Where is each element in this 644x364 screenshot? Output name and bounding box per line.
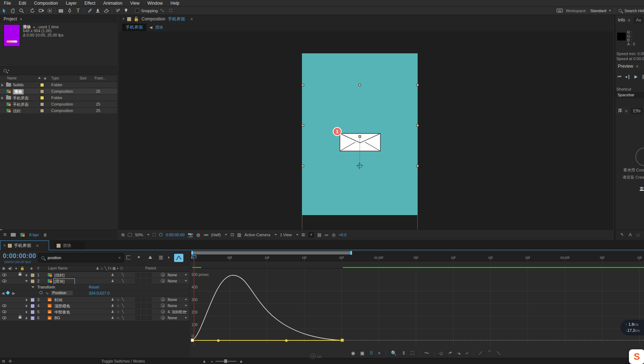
expand-layers-icon[interactable]: ⧉ xyxy=(2,359,5,364)
anchor-handle[interactable] xyxy=(359,135,361,138)
fit-all-icon[interactable]: ⛶ xyxy=(411,350,414,356)
audio-column-icon[interactable]: ◀) xyxy=(8,266,12,270)
selection-handle[interactable] xyxy=(302,124,304,127)
number-column[interactable]: # xyxy=(37,266,39,270)
shy-switch[interactable]: ♟ xyxy=(111,316,114,320)
eye-icon[interactable] xyxy=(2,280,6,282)
fit-selection-icon[interactable]: 🔍 xyxy=(391,350,397,356)
parent-dropdown[interactable]: None xyxy=(168,304,188,308)
label-swatch[interactable] xyxy=(40,96,44,100)
menu-edit[interactable]: Edit xyxy=(15,1,30,6)
column-frame[interactable]: Fram... xyxy=(95,76,106,80)
toggle-switches-button[interactable]: Toggle Switches / Modes xyxy=(101,359,145,363)
stopwatch-icon[interactable] xyxy=(39,291,43,294)
libraries-panel-header[interactable]: 库≡ Effe xyxy=(615,107,644,115)
shy-switch[interactable]: ♟ xyxy=(111,304,114,307)
label-swatch[interactable] xyxy=(40,109,44,113)
separate-dimensions-icon[interactable]: 〜 xyxy=(424,350,429,356)
first-frame-icon[interactable]: ⏮ xyxy=(617,74,621,79)
help-search-icon[interactable] xyxy=(619,9,622,12)
hand-tool-icon[interactable] xyxy=(9,7,17,14)
interpret-footage-icon[interactable]: ⧉ xyxy=(4,232,6,237)
roto-brush-tool-icon[interactable] xyxy=(113,7,122,14)
menu-animation[interactable]: Animation xyxy=(99,1,126,6)
breadcrumb-back-icon[interactable]: ◀ xyxy=(149,25,152,30)
label-color[interactable] xyxy=(30,310,35,314)
layer-row-4[interactable]: 4 Ai 顶部橙色 ♟ ☼ ╲ None xyxy=(0,303,189,309)
play-icon[interactable]: ▶ xyxy=(634,74,638,79)
camera-view-value[interactable]: Active Camera xyxy=(245,233,270,237)
panel-menu-icon[interactable]: ≡ xyxy=(625,109,627,113)
clear-search-icon[interactable]: × xyxy=(119,256,121,260)
project-row-slider[interactable]: 滑块 Composition 25 xyxy=(0,88,117,94)
menu-view[interactable]: View xyxy=(126,1,144,6)
previous-keyframe-icon[interactable]: ◀ xyxy=(1,291,4,296)
parent-dropdown[interactable]: 4. 顶部橙色 xyxy=(168,310,188,315)
parent-dropdown[interactable]: None xyxy=(168,316,188,320)
parent-pickwhip-icon[interactable] xyxy=(161,316,165,320)
label-swatch[interactable] xyxy=(40,83,44,87)
expander-icon[interactable] xyxy=(26,311,28,314)
label-color[interactable] xyxy=(30,279,35,283)
column-type[interactable]: Type xyxy=(51,76,59,80)
layer-row-3[interactable]: 3 Ai 时间 ♟ ☼ ╲ None xyxy=(0,297,189,303)
column-size[interactable]: Size xyxy=(80,76,86,80)
transparency-grid-icon[interactable]: ▨ xyxy=(237,232,241,237)
auto-zoom-icon[interactable]: ⌖ xyxy=(378,350,380,356)
label-color[interactable] xyxy=(30,316,35,320)
close-icon[interactable]: × xyxy=(3,243,6,248)
pixel-aspect-icon[interactable]: ⊞ xyxy=(302,232,305,237)
draft-3d-icon[interactable]: ✦ xyxy=(137,254,141,260)
label-column-icon[interactable]: ◈ xyxy=(44,76,47,80)
show-properties-icon[interactable]: ▣ xyxy=(360,350,364,356)
work-area-bar[interactable] xyxy=(192,251,351,254)
rasterize-switch[interactable]: ☼ xyxy=(116,304,120,307)
timeline-search-field[interactable]: position × xyxy=(38,253,124,262)
layer-row-6[interactable]: 6 Ai BG ♟ ☼ ╲ None xyxy=(0,315,189,321)
rectangle-tool-icon[interactable] xyxy=(57,7,65,14)
panel-menu-icon[interactable]: ≡ xyxy=(636,64,638,68)
new-composition-icon[interactable] xyxy=(20,233,25,237)
eye-icon[interactable] xyxy=(2,316,6,319)
resolution-caret-icon[interactable] xyxy=(225,234,227,236)
easy-ease-out-icon[interactable]: ⟍ xyxy=(497,350,500,356)
zoom-in-mountain-icon[interactable]: ▲ xyxy=(239,359,243,363)
lock-icon[interactable] xyxy=(19,316,21,319)
expander-icon[interactable] xyxy=(1,84,3,87)
audio-panel-tab[interactable]: Au xyxy=(634,17,643,23)
expander-icon[interactable] xyxy=(32,286,34,288)
collapse-pane-icon[interactable]: ▲ xyxy=(202,359,206,363)
show-snapshot-icon[interactable]: ◍ xyxy=(196,232,200,237)
position-property-row[interactable]: ◀ ▶ ∿ Position 324.0,627.0 xyxy=(0,290,189,296)
comp-label-swatch[interactable] xyxy=(127,17,131,21)
project-panel-header[interactable]: Project ≡ xyxy=(0,15,117,23)
rotation-tool-icon[interactable] xyxy=(28,7,37,14)
primary-viewer-icon[interactable]: 🖵 xyxy=(128,232,132,237)
eye-icon[interactable] xyxy=(2,273,6,276)
current-time-value[interactable]: 0:00:00:00 xyxy=(166,233,184,237)
magnification-value[interactable]: 50% xyxy=(135,233,143,237)
preview-panel-header[interactable]: Preview≡ xyxy=(615,62,644,70)
label-color[interactable] xyxy=(30,298,35,302)
text-tool-icon[interactable]: T xyxy=(74,7,82,14)
lock-column-icon[interactable]: 🔒 xyxy=(20,266,24,270)
rasterize-switch[interactable]: ☼ xyxy=(116,316,120,320)
selection-handle[interactable] xyxy=(416,165,419,167)
timeline-button-icon[interactable]: ▤ xyxy=(317,232,321,237)
expander-icon[interactable] xyxy=(26,305,28,307)
pen-tool-icon[interactable] xyxy=(65,7,74,14)
panel-menu-icon[interactable]: ≡ xyxy=(628,18,630,22)
breadcrumb-parent[interactable]: 手机界面 xyxy=(122,24,146,31)
parent-dropdown[interactable]: None xyxy=(168,273,188,277)
timeline-zoom-slider[interactable] xyxy=(216,361,236,362)
view-layout-caret-icon[interactable] xyxy=(296,234,298,236)
lock-icon[interactable] xyxy=(19,273,21,276)
ease-handle[interactable] xyxy=(285,339,288,342)
network-speed-overlay[interactable]: ↑ 1.8K/s ↓17.2K/s xyxy=(620,320,644,335)
region-of-interest-icon[interactable]: ⛶ xyxy=(153,232,155,237)
graph-editor-button[interactable] xyxy=(174,254,183,262)
shy-switch[interactable]: ♟ xyxy=(111,279,114,283)
label-column-icon[interactable]: ◈ xyxy=(30,266,33,270)
quality-switch[interactable]: ╲ xyxy=(122,273,124,277)
panel-menu-icon[interactable]: ≡ xyxy=(20,17,22,21)
